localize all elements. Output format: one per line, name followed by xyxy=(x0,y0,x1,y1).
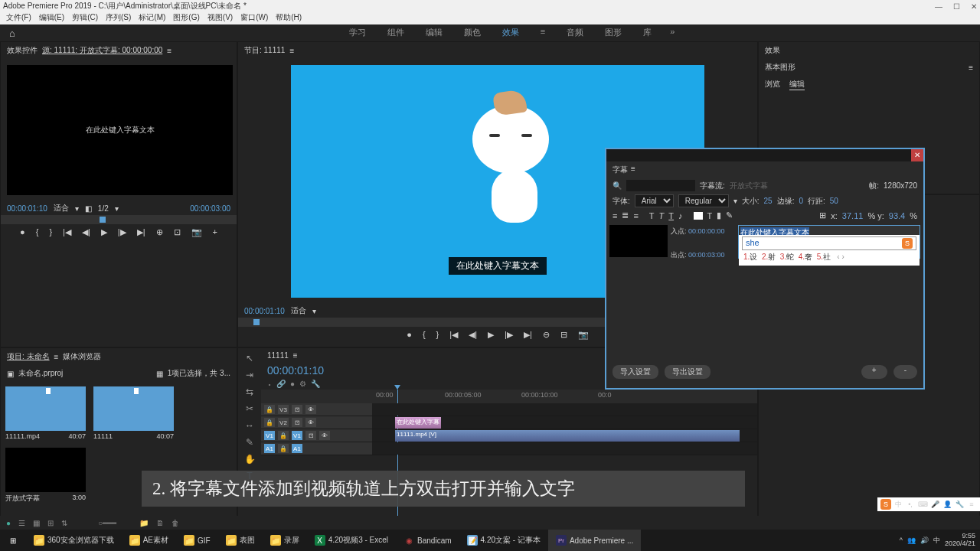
project-item[interactable]: 1111140:07 xyxy=(93,386,174,440)
menu-edit[interactable]: 编辑(E) xyxy=(36,12,67,24)
ime-keyboard-icon[interactable]: ⌨ xyxy=(917,499,928,510)
in-value[interactable]: 00:00:00:00 xyxy=(688,227,725,235)
ime-skin-icon[interactable]: 👤 xyxy=(942,499,952,510)
project-tab[interactable]: 项目: 未命名 xyxy=(7,351,50,362)
track-source-v1[interactable]: V1 xyxy=(264,431,275,440)
hand-tool[interactable]: ✋ xyxy=(244,454,256,465)
mark-in-button[interactable]: { xyxy=(36,227,39,237)
stream-value[interactable]: 开放式字幕 xyxy=(730,181,768,191)
edge-value[interactable]: 0 xyxy=(799,197,803,205)
mark-in-button[interactable]: { xyxy=(423,330,426,340)
effect-controls-tab[interactable]: 效果控件 xyxy=(7,45,38,56)
overwrite-button[interactable]: ⊡ xyxy=(174,227,181,237)
add-button[interactable]: + xyxy=(213,227,217,237)
track-visibility[interactable]: 👁 xyxy=(305,418,316,427)
caption-search-input[interactable] xyxy=(626,180,695,191)
settings-icon[interactable]: ⚙ xyxy=(299,380,306,388)
menu-markers[interactable]: 标记(M) xyxy=(136,12,168,24)
align-left-button[interactable]: ≡ xyxy=(612,211,617,220)
marker-toggle[interactable]: ● xyxy=(290,380,295,388)
y-value[interactable]: 93.4 xyxy=(889,211,905,220)
insert-button[interactable]: ⊕ xyxy=(156,227,163,237)
program-scrubber[interactable] xyxy=(253,319,260,325)
track-target[interactable]: V2 xyxy=(278,418,289,427)
workspace-graphics[interactable]: 图形 xyxy=(594,24,632,43)
track-lock[interactable]: 🔒 xyxy=(264,418,275,427)
project-item[interactable]: 开放式字幕3:00 xyxy=(5,448,86,504)
new-bin-button[interactable]: 📁 xyxy=(139,519,149,527)
track-select-tool[interactable]: ⇥ xyxy=(246,370,253,380)
track-source-a1[interactable]: A1 xyxy=(264,444,275,453)
tray-clock[interactable]: 9:55 2020/4/21 xyxy=(945,533,975,548)
step-forward-button[interactable]: |▶ xyxy=(505,330,513,340)
italic-button[interactable]: T xyxy=(659,211,665,220)
lift-button[interactable]: ⊖ xyxy=(543,330,550,340)
menu-sequence[interactable]: 序列(S) xyxy=(103,12,134,24)
bold-button[interactable]: T xyxy=(649,211,655,220)
ime-mic-icon[interactable]: 🎤 xyxy=(929,499,940,510)
pen-tool[interactable]: ✎ xyxy=(246,437,253,448)
panel-menu-icon[interactable]: ≡ xyxy=(54,353,59,361)
panel-menu-icon[interactable]: ≡ xyxy=(293,351,298,360)
music-icon[interactable]: ♪ xyxy=(678,211,683,220)
icon-view-button[interactable]: ▦ xyxy=(33,519,40,527)
sequence-tab[interactable]: 11111 xyxy=(267,351,289,360)
tray-people-icon[interactable]: 👥 xyxy=(907,536,916,544)
goto-in-button[interactable]: |◀ xyxy=(63,227,71,237)
effects-tab[interactable]: 效果 xyxy=(765,45,780,56)
weight-select[interactable]: Regular xyxy=(678,194,729,207)
ime-indicator-bar[interactable]: S 中 •, ⌨ 🎤 👤 🔧 ≡ xyxy=(877,497,980,511)
menu-clip[interactable]: 剪辑(C) xyxy=(69,12,101,24)
source-fit-dropdown[interactable]: 适合 xyxy=(54,203,69,214)
linked-selection-toggle[interactable]: 🔗 xyxy=(276,380,286,388)
track-visibility[interactable]: 👁 xyxy=(305,405,316,414)
source-res-icon[interactable]: ◧ xyxy=(85,204,92,213)
add-marker-button[interactable]: ● xyxy=(20,227,25,237)
menu-file[interactable]: 文件(F) xyxy=(3,12,34,24)
program-timecode[interactable]: 00:00:01:10 xyxy=(244,307,285,315)
goto-in-button[interactable]: |◀ xyxy=(449,330,458,340)
caption-text-input[interactable]: 在此处键入字幕文本 sheS 1.设 2.射 3.蛇 4.奢 5.社 ‹ › xyxy=(738,225,920,259)
caption-close-button[interactable]: ✕ xyxy=(911,149,923,161)
egp-browse-tab[interactable]: 浏览 xyxy=(765,79,780,90)
taskbar-item[interactable]: 📁GIF xyxy=(176,530,218,551)
track-lock[interactable]: 🔒 xyxy=(264,405,275,414)
ripple-tool[interactable]: ⇆ xyxy=(246,386,253,397)
source-scrubber[interactable] xyxy=(100,217,106,223)
menu-view[interactable]: 视图(V) xyxy=(204,12,236,24)
panel-menu-icon[interactable]: ≡ xyxy=(289,47,294,55)
new-item-button[interactable]: 🗎 xyxy=(156,519,164,527)
step-back-button[interactable]: ◀| xyxy=(82,227,90,237)
panel-menu-icon[interactable]: ≡ xyxy=(631,165,635,175)
egp-edit-tab[interactable]: 编辑 xyxy=(789,79,805,90)
close-button[interactable]: ✕ xyxy=(971,2,977,11)
panel-menu-icon[interactable]: ≡ xyxy=(969,64,973,72)
program-fit-dropdown[interactable]: 适合 xyxy=(291,305,306,316)
play-button[interactable]: ▶ xyxy=(488,330,494,340)
step-forward-button[interactable]: |▶ xyxy=(118,227,126,237)
workspace-assembly[interactable]: 组件 xyxy=(377,24,415,43)
ime-lang[interactable]: 中 xyxy=(893,499,903,510)
workspace-library[interactable]: 库 xyxy=(632,24,662,43)
taskbar-item[interactable]: 📝4.20文案 - 记事本 xyxy=(459,530,548,551)
add-marker-button[interactable]: ● xyxy=(407,330,412,340)
workspace-effects[interactable]: 效果 xyxy=(492,24,530,43)
underline-button[interactable]: T xyxy=(668,211,674,220)
workspace-learning[interactable]: 学习 xyxy=(338,24,377,43)
export-frame-button[interactable]: 📷 xyxy=(191,227,202,237)
track-sync[interactable]: ⊡ xyxy=(305,431,316,440)
eyedropper-icon[interactable]: ✎ xyxy=(726,210,733,220)
freeform-view-button[interactable]: ⊞ xyxy=(47,519,54,527)
add-caption-button[interactable]: + xyxy=(861,365,887,379)
tray-up-icon[interactable]: ^ xyxy=(900,536,903,544)
track-lock[interactable]: 🔒 xyxy=(278,444,289,453)
taskbar-item[interactable]: X4.20视频3 - Excel xyxy=(307,530,396,551)
menu-help[interactable]: 帮助(H) xyxy=(273,12,305,24)
timeline-timecode[interactable]: 00:00:01:10 xyxy=(267,364,324,377)
panel-menu-icon[interactable]: ≡ xyxy=(167,47,172,55)
home-icon[interactable]: ⌂ xyxy=(0,28,24,39)
ime-input-text[interactable]: she xyxy=(746,238,760,249)
taskbar-item[interactable]: 📁AE素材 xyxy=(122,530,176,551)
bg-color-swatch[interactable] xyxy=(694,212,703,220)
source-scale-dropdown[interactable]: 1/2 xyxy=(98,204,109,213)
